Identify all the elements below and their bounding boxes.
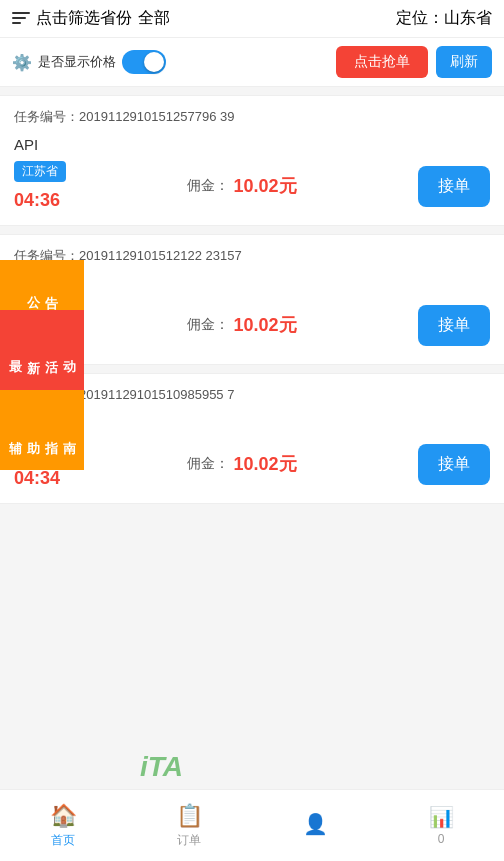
home-label: 首页 bbox=[51, 832, 75, 849]
profile-icon: 👤 bbox=[303, 812, 328, 836]
nav-extra[interactable]: 📊 0 bbox=[378, 797, 504, 854]
task-time: 04:36 bbox=[14, 190, 66, 211]
extra-label: 0 bbox=[438, 832, 445, 846]
task-api-label: API bbox=[14, 275, 490, 292]
task-card: 任务编号：2019112910151257796 39 API 江苏省 04:3… bbox=[0, 95, 504, 226]
refresh-button[interactable]: 刷新 bbox=[436, 46, 492, 78]
task-api-label: API bbox=[14, 414, 490, 431]
ita-badge: iTA bbox=[140, 751, 183, 783]
nav-home[interactable]: 🏠 首页 bbox=[0, 795, 126, 857]
commission-amount: 10.02元 bbox=[233, 313, 296, 337]
location-display: 定位：山东省 bbox=[396, 8, 492, 29]
commission-label: 佣金： bbox=[187, 455, 229, 473]
side-panel: 公告 最新活动 辅助指南 bbox=[0, 260, 84, 470]
activity-button[interactable]: 最新活动 bbox=[0, 310, 84, 390]
task-row: 江西省 04:34 佣金： 10.02元 接单 bbox=[14, 439, 490, 489]
commission-amount: 10.02元 bbox=[233, 452, 296, 476]
task-number: 任务编号：2019112910151257796 39 bbox=[14, 108, 490, 126]
nav-profile[interactable]: 👤 bbox=[252, 804, 378, 847]
accept-button[interactable]: 接单 bbox=[418, 166, 490, 207]
commission-area: 佣金： 10.02元 bbox=[187, 452, 296, 476]
orders-icon: 📋 bbox=[176, 803, 203, 829]
filter-area[interactable]: 点击筛选省份 全部 bbox=[12, 8, 170, 29]
commission-label: 佣金： bbox=[187, 316, 229, 334]
task-row: 福建省 04:35 佣金： 10.02元 接单 bbox=[14, 300, 490, 350]
guide-button[interactable]: 辅助指南 bbox=[0, 390, 84, 470]
notice-button[interactable]: 公告 bbox=[0, 260, 84, 310]
bottom-nav: 🏠 首页 📋 订单 👤 📊 0 bbox=[0, 789, 504, 861]
action-buttons: 点击抢单 刷新 bbox=[336, 46, 492, 78]
commission-area: 佣金： 10.02元 bbox=[187, 174, 296, 198]
task-left: 江苏省 04:36 bbox=[14, 161, 66, 211]
location-value: 山东省 bbox=[444, 9, 492, 26]
accept-button[interactable]: 接单 bbox=[418, 305, 490, 346]
location-prefix: 定位： bbox=[396, 9, 444, 26]
orders-label: 订单 bbox=[177, 832, 201, 849]
content-area: 任务编号：2019112910151257796 39 API 江苏省 04:3… bbox=[0, 87, 504, 861]
filter-label: 点击筛选省份 bbox=[36, 8, 132, 29]
task-api-label: API bbox=[14, 136, 490, 153]
commission-amount: 10.02元 bbox=[233, 174, 296, 198]
commission-area: 佣金： 10.02元 bbox=[187, 313, 296, 337]
extra-icon: 📊 bbox=[429, 805, 454, 829]
filter-icon bbox=[12, 12, 30, 26]
price-toggle-switch[interactable] bbox=[122, 50, 166, 74]
filter-all: 全部 bbox=[138, 8, 170, 29]
home-icon: 🏠 bbox=[50, 803, 77, 829]
commission-label: 佣金： bbox=[187, 177, 229, 195]
price-toggle-area: ⚙️ 是否显示价格 bbox=[12, 50, 166, 74]
task-number: 任务编号：20191129101510985955 7 bbox=[14, 386, 490, 404]
task-time: 04:34 bbox=[14, 468, 66, 489]
task-row: 江苏省 04:36 佣金： 10.02元 接单 bbox=[14, 161, 490, 211]
nav-orders[interactable]: 📋 订单 bbox=[126, 795, 252, 857]
gear-icon: ⚙️ bbox=[12, 53, 32, 72]
second-bar: ⚙️ 是否显示价格 点击抢单 刷新 bbox=[0, 38, 504, 87]
top-bar: 点击筛选省份 全部 定位：山东省 bbox=[0, 0, 504, 38]
task-number: 任务编号：20191129101512122 23157 bbox=[14, 247, 490, 265]
province-badge: 江苏省 bbox=[14, 161, 66, 182]
accept-button[interactable]: 接单 bbox=[418, 444, 490, 485]
rush-button[interactable]: 点击抢单 bbox=[336, 46, 428, 78]
price-label: 是否显示价格 bbox=[38, 53, 116, 71]
